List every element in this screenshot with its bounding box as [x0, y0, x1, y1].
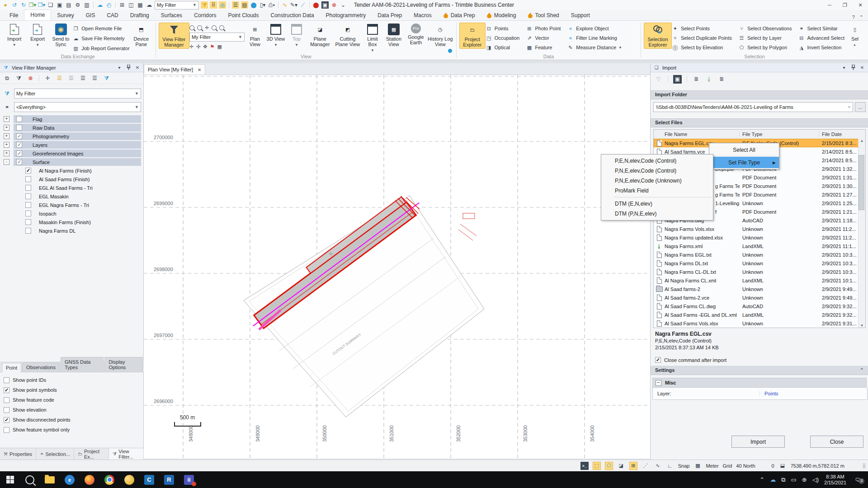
select-duplicate-points-button[interactable]: ✧Select Duplicate Points [672, 33, 732, 42]
file-row[interactable]: Al Saad farms-2Unknown2/9/2021 9:49... [654, 285, 859, 293]
panel-tab-properties[interactable]: ⚒Properties [0, 448, 36, 460]
option-checkbox[interactable] [4, 407, 9, 413]
settings-section[interactable]: Settings ⌃ [651, 365, 868, 375]
send-to-sync-button[interactable]: ◉ Send to Sync [49, 23, 72, 48]
import-button[interactable]: ➜ Import▼ [3, 23, 26, 49]
ribbon-tab-photogrammetry[interactable]: Photogrammetry [320, 10, 372, 20]
advanced-select-button[interactable]: ⊟Advanced Select [798, 33, 844, 42]
zoom-in-icon[interactable] [189, 25, 194, 30]
option-show-point-symbols[interactable]: Show point symbols [0, 385, 144, 395]
occupation-button[interactable]: ◳Occupation [486, 33, 520, 42]
grid-toggle-icon[interactable]: ⊞ [629, 462, 637, 470]
filter-line-marking-button[interactable]: ⋄Filter Line Marking [567, 33, 622, 42]
layers-icon[interactable]: ☰ [232, 1, 239, 9]
pan-icon[interactable]: ✛ [189, 44, 193, 50]
file-row[interactable]: ⭳Nagra Farms.xmlLandXML2/9/2021 11:1... [654, 242, 859, 250]
file-row[interactable]: Nagra Farms Vols.xlsxUnknown2/9/2021 11:… [654, 225, 859, 233]
zoom-out-icon[interactable] [197, 25, 202, 30]
tree-checkbox[interactable] [25, 211, 31, 216]
network-icon[interactable]: ⊕ [802, 476, 807, 483]
option-checkbox[interactable] [4, 387, 9, 393]
browse-folder-button[interactable]: ... [855, 102, 866, 112]
zone-label[interactable]: 40 North [736, 463, 755, 469]
grid-label[interactable]: Grid [723, 463, 732, 469]
close-after-import-option[interactable]: Close command after import [655, 357, 726, 363]
grab-icon[interactable]: ✣ [196, 44, 200, 50]
tree-item-surface[interactable]: -Surface [0, 158, 144, 166]
volume-icon[interactable]: ◁) [812, 476, 819, 483]
file-explorer-button[interactable] [40, 471, 60, 488]
tree-checkbox[interactable] [25, 193, 31, 199]
save-file-remotely-button[interactable]: ☁Save File Remotely [72, 34, 129, 43]
open-remote-file-button[interactable]: ❐Open Remote File [72, 24, 129, 33]
preview-file-icon[interactable]: 🗎 [692, 75, 701, 84]
project-explorer-button[interactable]: 🗀 Project Explorer [459, 23, 486, 49]
clipboard-icon[interactable]: ▯▾ [259, 1, 266, 9]
tree-item-egl-al-saad-farms-tri[interactable]: EGL Al Saad Farms - Tri [0, 183, 144, 192]
ribbon-tab-cad[interactable]: CAD [101, 10, 124, 20]
file-row[interactable]: Nagra Farms EGL.txtUnknown2/9/2021 10:3.… [654, 250, 859, 259]
maximize-button[interactable]: ❐ [837, 0, 853, 10]
plan-window-icon[interactable]: ⊞ [118, 1, 126, 9]
option-checkbox[interactable] [4, 377, 9, 383]
tree-item-nagra-farms-dl[interactable]: Nagra Farms DL [0, 226, 144, 235]
ribbon-tab-data-prep[interactable]: Data Prep [438, 10, 481, 20]
chevron-down-icon[interactable]: ▾ [116, 65, 123, 70]
world-icon[interactable]: ▩ [693, 462, 702, 470]
vfm-filter-combobox[interactable]: My Filter ▼ [14, 89, 141, 99]
undo-icon[interactable]: ↺ [11, 1, 18, 9]
ortho-icon[interactable]: ∟ [666, 462, 674, 470]
measure-icon[interactable]: ∿ [281, 1, 288, 9]
close-after-import-checkbox[interactable] [655, 357, 661, 363]
close-icon[interactable]: ✕ [859, 65, 865, 70]
option-checkbox[interactable] [4, 397, 9, 403]
ribbon-tab-point-clouds[interactable]: Point Clouds [222, 10, 264, 20]
plane-manager-button[interactable]: ◪ Plane Manager [307, 23, 333, 48]
tree-item-al-nagra-farms-finish-[interactable]: Al Nagra Farms (Finish) [0, 166, 144, 175]
redo-icon[interactable]: ↻ [20, 1, 27, 9]
start-button[interactable] [0, 471, 20, 488]
explore-object-icon[interactable]: ◎ [219, 1, 226, 9]
file-row[interactable]: Nagra Farms updated.xlsxUnknown2/9/2021 … [654, 233, 859, 242]
ribbon-tab-surfaces[interactable]: Surfaces [155, 10, 188, 20]
panel-tab-view-filter-[interactable]: ⧩View Filter... [109, 448, 144, 460]
settings-gear-icon[interactable]: ⚙ [74, 1, 81, 9]
tree-item-al-saad-farms-finish-[interactable]: Al Saad Farms (Finish) [0, 175, 144, 183]
file-row[interactable]: Nagra Farms DL.txtUnknown2/9/2021 10:3..… [654, 259, 859, 267]
ribbon-tab-data-prep[interactable]: Data Prep [372, 10, 408, 20]
history-log-view-button[interactable]: ◷ History Log View [427, 23, 453, 48]
column-file-type[interactable]: File Type [740, 131, 819, 137]
resize-grip[interactable]: ⣿ [863, 463, 866, 468]
tree-checkbox[interactable] [25, 185, 31, 191]
explore-cloud-icon[interactable]: ◴ [105, 1, 113, 9]
file-row[interactable]: Al Saad Farms -EGL and DL.xmlLandXML2/9/… [654, 310, 859, 319]
close-tab-icon[interactable]: ✕ [198, 67, 201, 72]
plan-view-button[interactable]: ⊞ Plan View [245, 23, 265, 48]
submenu-item-p-e-n-elev-code-control-[interactable]: P,E,N,elev,Code (Control) [601, 156, 713, 166]
tray-chevron-icon[interactable]: ⌃ [760, 476, 764, 483]
briefcase-icon[interactable]: ▣ [56, 1, 63, 9]
invert-selection-button[interactable]: ◮Invert Selection [798, 43, 844, 52]
tree-checkbox[interactable] [25, 176, 31, 182]
option-show-elevation[interactable]: Show elevation [0, 405, 144, 415]
tree-checkbox[interactable] [16, 159, 22, 165]
option-show-feature-symbol-only[interactable]: Show feature symbol only [0, 425, 144, 435]
optical-button[interactable]: ◨Optical [486, 43, 520, 52]
explore-object-button[interactable]: ⋄Explore Object [567, 24, 622, 33]
stop-close-icon[interactable]: ⊗ [330, 1, 338, 9]
tree-item-egl-masakin[interactable]: EGL Masakin [0, 192, 144, 201]
pin-icon[interactable] [850, 65, 856, 71]
scrollbar-thumb[interactable] [859, 155, 864, 210]
tab-gnss-data-types[interactable]: GNSS Data Types [61, 357, 104, 372]
photo-point-button[interactable]: ⊞Photo Point [526, 24, 561, 33]
new-project-icon[interactable]: ❐▾ [29, 1, 36, 9]
cube-view-icon[interactable]: ◫ [127, 1, 135, 9]
layer-value-link[interactable]: Points [760, 391, 778, 396]
vector-button[interactable]: ⇗Vector [526, 33, 561, 42]
edge-browser-button[interactable]: e [60, 471, 80, 488]
filter-highlight-icon[interactable]: ⧩ [201, 1, 208, 9]
tree-checkbox[interactable] [16, 133, 22, 139]
submenu-item-promark-field[interactable]: ProMark Field [601, 186, 713, 196]
move-icon[interactable]: ✛ [43, 74, 52, 82]
tree-item-flag[interactable]: +Flag [0, 115, 144, 123]
